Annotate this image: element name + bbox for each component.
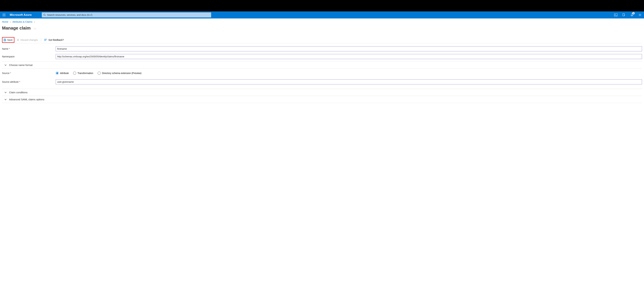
name-label: Name* (2, 48, 56, 50)
name-row: Name* (2, 45, 642, 53)
svg-point-7 (44, 39, 46, 40)
advanced-saml-label: Advanced SAML claims options (9, 98, 44, 101)
feedback-icon (44, 39, 47, 41)
notification-badge: 6 (632, 12, 634, 15)
chevron-right-icon: › (10, 21, 11, 23)
namespace-input[interactable] (56, 54, 642, 59)
source-label: Source* (2, 72, 56, 75)
radio-icon (98, 72, 100, 75)
chevron-down-icon (4, 98, 7, 101)
page-content: Home › Attributes & Claims › Manage clai… (0, 19, 644, 103)
choose-format-label: Choose name format (9, 64, 32, 67)
svg-rect-5 (4, 39, 5, 40)
svg-point-0 (44, 14, 45, 16)
breadcrumb: Home › Attributes & Claims › (2, 21, 642, 23)
settings-button[interactable] (636, 12, 644, 19)
search-icon (44, 14, 46, 16)
gear-icon (638, 14, 642, 17)
breadcrumb-attributes[interactable]: Attributes & Claims (12, 21, 32, 23)
required-marker: * (19, 81, 20, 83)
namespace-label: Namespace (2, 55, 56, 58)
notifications-button[interactable]: 6 (628, 12, 636, 19)
hamburger-icon (2, 14, 6, 16)
svg-rect-3 (623, 14, 624, 16)
radio-icon (73, 72, 76, 75)
global-search[interactable]: Search resources, services, and docs (G+… (42, 13, 211, 18)
page-header: Manage claim … (2, 26, 642, 31)
radio-transformation[interactable]: Transformation (73, 72, 93, 75)
search-placeholder: Search resources, services, and docs (G+… (47, 14, 92, 16)
cloud-shell-button[interactable] (612, 12, 620, 19)
discard-button: Discard changes (14, 37, 40, 43)
more-actions-button[interactable]: … (34, 27, 37, 30)
topbar-actions: 6 (612, 12, 644, 19)
name-input[interactable] (56, 46, 642, 51)
azure-topbar: Microsoft Azure Search resources, servic… (0, 12, 644, 19)
claim-conditions-accordion[interactable]: Claim conditions (2, 89, 642, 96)
svg-line-1 (45, 15, 46, 16)
directory-filter-button[interactable] (620, 12, 628, 19)
source-attribute-row: Source attribute* (2, 78, 642, 86)
source-radio-group: Attribute Transformation Directory schem… (56, 72, 142, 75)
claim-form: Name* Namespace Choose name format Sourc… (2, 45, 642, 103)
radio-icon (56, 72, 59, 75)
source-row: Source* Attribute Transformation Directo… (2, 70, 642, 76)
toolbar: Save Discard changes Got feedback? (2, 37, 642, 43)
source-attribute-input[interactable] (56, 79, 642, 84)
feedback-label: Got feedback? (48, 39, 64, 41)
chevron-right-icon: › (34, 21, 35, 23)
directory-filter-icon (622, 14, 626, 17)
claim-conditions-label: Claim conditions (9, 91, 28, 94)
svg-point-4 (640, 15, 640, 16)
breadcrumb-home[interactable]: Home (2, 21, 8, 23)
chevron-down-icon (4, 64, 7, 66)
required-marker: * (10, 72, 11, 75)
page-title: Manage claim (2, 26, 31, 31)
radio-attribute-label: Attribute (60, 72, 69, 75)
brand-label[interactable]: Microsoft Azure (10, 13, 32, 17)
source-attribute-label: Source attribute* (2, 81, 56, 83)
svg-rect-2 (614, 14, 618, 16)
svg-rect-6 (4, 40, 6, 41)
radio-transformation-label: Transformation (78, 72, 93, 75)
close-icon (17, 39, 19, 41)
save-icon (4, 39, 6, 41)
radio-attribute[interactable]: Attribute (56, 72, 69, 75)
choose-name-format-accordion[interactable]: Choose name format (2, 62, 642, 69)
radio-directory-label: Directory schema extension (Preview) (102, 72, 142, 75)
save-button[interactable]: Save (2, 37, 14, 43)
cloud-shell-icon (614, 14, 618, 16)
chevron-down-icon (4, 91, 7, 94)
discard-label: Discard changes (20, 39, 38, 41)
save-label: Save (7, 39, 12, 41)
required-marker: * (9, 48, 10, 50)
window-blackbar (0, 0, 644, 12)
feedback-button[interactable]: Got feedback? (42, 37, 66, 43)
radio-directory[interactable]: Directory schema extension (Preview) (98, 72, 142, 75)
menu-button[interactable] (0, 12, 8, 19)
advanced-saml-accordion[interactable]: Advanced SAML claims options (2, 96, 642, 103)
namespace-row: Namespace (2, 53, 642, 60)
